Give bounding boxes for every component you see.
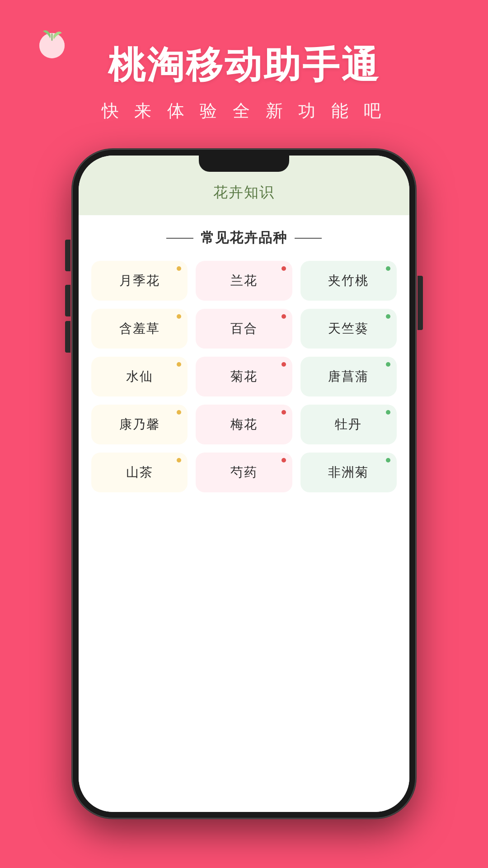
- flower-name: 夹竹桃: [328, 272, 369, 289]
- flower-card[interactable]: 梅花: [196, 405, 292, 444]
- flower-name: 水仙: [126, 368, 153, 385]
- flower-card[interactable]: 菊花: [196, 357, 292, 396]
- peach-logo-icon: [34, 25, 70, 61]
- flower-card[interactable]: 牡丹: [300, 405, 397, 444]
- section-title: 常见花卉品种: [201, 229, 287, 247]
- flower-name: 山茶: [126, 464, 153, 481]
- flower-card[interactable]: 含羞草: [91, 309, 188, 349]
- logo-container: [32, 25, 72, 66]
- flower-name: 天竺葵: [328, 320, 369, 337]
- app-subtitle: 快 来 体 验 全 新 功 能 吧: [0, 99, 488, 123]
- flower-dot: [282, 410, 286, 415]
- flower-name: 牡丹: [335, 416, 362, 433]
- flower-name: 梅花: [230, 416, 258, 433]
- flower-dot: [177, 410, 181, 415]
- flower-name: 唐菖蒲: [328, 368, 369, 385]
- flower-dot: [177, 314, 181, 319]
- section-line-right: [295, 238, 322, 239]
- flower-card[interactable]: 百合: [196, 309, 292, 349]
- flower-name: 含羞草: [119, 320, 160, 337]
- flower-dot: [386, 314, 390, 319]
- flower-name: 百合: [230, 320, 258, 337]
- flower-dot: [282, 458, 286, 462]
- flower-dot: [386, 266, 390, 271]
- flower-dot: [177, 362, 181, 367]
- flower-dot: [177, 266, 181, 271]
- flower-name: 菊花: [230, 368, 258, 385]
- flower-dot: [386, 458, 390, 462]
- flower-dot: [386, 410, 390, 415]
- section-line-left: [166, 238, 193, 239]
- screen-body: 常见花卉品种 月季花兰花夹竹桃含羞草百合天竺葵水仙菊花唐菖蒲康乃馨梅花牡丹山茶芍…: [79, 215, 409, 812]
- screen-header-title: 花卉知识: [213, 184, 275, 200]
- flower-card[interactable]: 天竺葵: [300, 309, 397, 349]
- flower-dot: [282, 314, 286, 319]
- flower-name: 芍药: [230, 464, 258, 481]
- phone-notch: [199, 156, 289, 172]
- flower-card[interactable]: 兰花: [196, 261, 292, 301]
- app-title: 桃淘移动助手通: [0, 41, 488, 90]
- flower-name: 非洲菊: [328, 464, 369, 481]
- flower-dot: [282, 362, 286, 367]
- screen-content: 花卉知识 常见花卉品种 月季花兰花夹竹桃含羞草百合天竺葵水仙菊花唐菖蒲康乃馨梅花…: [79, 156, 409, 812]
- flower-grid: 月季花兰花夹竹桃含羞草百合天竺葵水仙菊花唐菖蒲康乃馨梅花牡丹山茶芍药非洲菊: [91, 261, 397, 492]
- flower-dot: [386, 362, 390, 367]
- section-title-row: 常见花卉品种: [91, 229, 397, 247]
- flower-card[interactable]: 山茶: [91, 453, 188, 492]
- flower-dot: [177, 458, 181, 462]
- flower-card[interactable]: 芍药: [196, 453, 292, 492]
- flower-card[interactable]: 唐菖蒲: [300, 357, 397, 396]
- phone-mockup: 花卉知识 常见花卉品种 月季花兰花夹竹桃含羞草百合天竺葵水仙菊花唐菖蒲康乃馨梅花…: [72, 149, 416, 818]
- phone-outer-frame: 花卉知识 常见花卉品种 月季花兰花夹竹桃含羞草百合天竺葵水仙菊花唐菖蒲康乃馨梅花…: [72, 149, 416, 818]
- flower-name: 康乃馨: [119, 416, 160, 433]
- flower-dot: [282, 266, 286, 271]
- flower-name: 月季花: [119, 272, 160, 289]
- flower-card[interactable]: 水仙: [91, 357, 188, 396]
- phone-screen: 花卉知识 常见花卉品种 月季花兰花夹竹桃含羞草百合天竺葵水仙菊花唐菖蒲康乃馨梅花…: [79, 156, 409, 812]
- flower-card[interactable]: 康乃馨: [91, 405, 188, 444]
- flower-card[interactable]: 月季花: [91, 261, 188, 301]
- flower-name: 兰花: [230, 272, 258, 289]
- header-area: 桃淘移动助手通 快 来 体 验 全 新 功 能 吧: [0, 0, 488, 141]
- flower-card[interactable]: 夹竹桃: [300, 261, 397, 301]
- flower-card[interactable]: 非洲菊: [300, 453, 397, 492]
